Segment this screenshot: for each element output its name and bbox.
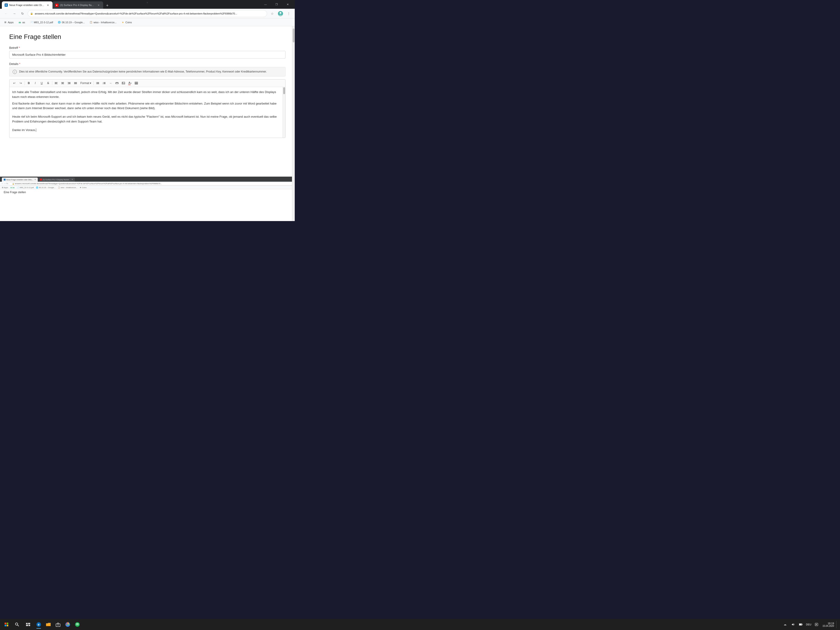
list-ol-button[interactable]: 123 [101,81,107,86]
url-text: answers.microsoft.com/de-de/newthread?th… [35,12,237,15]
editor-scrollbar-thumb[interactable] [283,87,285,94]
italic-button[interactable]: I [32,81,38,86]
browser-menu-button[interactable]: ⋮ [286,10,292,17]
lock-icon: 🔒 [30,12,33,15]
bookmark-google-label: 06.10.19 – Google... [62,21,85,24]
redo-button[interactable]: ↪ [18,81,24,86]
details-field-group: Details * i Dies ist eine öffentliche Co… [9,62,286,138]
bookmark-pdf[interactable]: 📄 M83_22-3-12.pdf [28,20,55,25]
betreff-label: Betreff * [9,46,286,49]
bookmark-wiso-label: wiso - Inhaltsverze... [93,21,117,24]
tab-active[interactable]: M Neue Frage erstellen oder Disku... ✕ [2,2,52,9]
tab-title-active: Neue Frage erstellen oder Disku... [9,4,45,6]
editor-paragraph-4: Danke im Voraus. [12,128,283,133]
profile-button[interactable] [277,10,284,17]
window-controls: — ❐ ✕ [260,1,293,8]
bookmark-coins-icon: ★ [121,21,124,24]
list-ul-button[interactable] [95,81,101,86]
minimize-button[interactable]: — [260,1,271,8]
bold-button[interactable]: B [26,81,32,86]
bookmark-coins-label: Coins [125,21,132,24]
bookmark-pdf-label: M83_22-3-12.pdf [34,21,53,24]
details-label: Details * [9,62,286,66]
svg-text:M: M [5,4,7,6]
page-content: Eine Frage stellen Betreff * Microsoft S… [0,26,295,221]
editor-toolbar: ↩ ↪ B I U S [9,79,285,87]
tab-favicon-active: M [5,3,8,7]
editor-container: ↩ ↪ B I U S [9,79,286,138]
strikethrough-button[interactable]: S [45,81,51,86]
bookmark-coins[interactable]: ★ Coins [119,20,134,25]
image-button[interactable] [120,81,126,86]
editor-scrollbar[interactable] [283,87,285,138]
svg-rect-32 [135,82,138,84]
svg-point-23 [96,84,97,84]
svg-point-19 [96,82,97,83]
info-icon: i [13,70,17,74]
format-dropdown-arrow: ▾ [90,82,91,85]
tab-close-inactive[interactable]: ✕ [97,3,100,7]
info-box: i Dies ist eine öffentliche Community. V… [9,67,286,76]
bookmark-as-label: as [22,21,25,24]
betreff-required-star: * [18,46,20,49]
title-bar: M Neue Frage erstellen oder Disku... ✕ ▶… [0,0,295,9]
page-scrollbar-thumb[interactable] [293,28,295,43]
info-text: Dies ist eine öffentliche Community. Ver… [19,69,267,74]
editor-body[interactable]: Ich habe alle Treiber deinstalliert und … [9,87,285,138]
svg-point-5 [279,12,281,14]
bookmark-pdf-icon: 📄 [30,21,33,24]
bookmark-google[interactable]: 🌐 06.10.19 – Google... [56,20,87,25]
address-bar: ← → ↻ 🔒 answers.microsoft.com/de-de/newt… [0,9,295,19]
toolbar-separator-2 [52,81,52,85]
tab-close-active[interactable]: ✕ [46,3,50,7]
webcam-indicator [147,2,148,3]
indent-button[interactable]: → [107,81,114,86]
tabs-area: M Neue Frage erstellen oder Disku... ✕ ▶… [2,0,258,9]
bookmarks-bar: ⊞ Apps m as 📄 M83_22-3-12.pdf 🌐 06.10.19… [0,19,295,26]
font-color-dropdown-arrow: ▾ [131,82,131,84]
bookmark-wiso[interactable]: 📋 wiso - Inhaltsverze... [87,20,118,25]
font-color-button[interactable]: A ▾ [127,81,133,86]
editor-paragraph-1: Ich habe alle Treiber deinstalliert und … [12,90,283,99]
bookmark-apps-label: Apps [8,21,14,24]
maximize-button[interactable]: ❐ [271,1,282,8]
betreff-field-group: Betreff * Microsoft Surface Pro 4 Bildsc… [9,46,286,58]
bookmark-apps-icon: ⊞ [4,21,7,24]
tab-title-inactive: (3) Surface Pro 4 Display flacker... [60,4,95,6]
close-button[interactable]: ✕ [282,1,293,8]
tab-favicon-inactive: ▶ [55,3,58,7]
bookmark-apps[interactable]: ⊞ Apps [2,20,16,25]
url-bar-container[interactable]: 🔒 answers.microsoft.com/de-de/newthread?… [28,10,267,17]
betreff-input-display[interactable]: Microsoft Surface Pro 4 Bildschirmfehler [9,51,286,58]
forward-button[interactable]: → [11,10,17,17]
undo-button[interactable]: ↩ [11,81,17,86]
refresh-button[interactable]: ↻ [19,10,26,17]
tab-inactive[interactable]: ▶ (3) Surface Pro 4 Display flacker... ✕ [52,2,103,9]
underline-button[interactable]: U [39,81,45,86]
svg-point-31 [123,82,123,83]
svg-text:3: 3 [103,84,103,84]
align-left-button[interactable] [53,81,59,86]
page-title: Eine Frage stellen [9,33,286,41]
svg-point-21 [96,83,97,84]
bookmark-star-button[interactable]: ☆ [269,10,275,17]
link-button[interactable] [114,81,120,86]
format-dropdown[interactable]: Format ▾ [79,81,93,85]
align-right-button[interactable] [66,81,72,86]
align-center-button[interactable] [60,81,66,86]
editor-paragraph-2: Erst flackerte der Balken nur, dann kann… [12,101,283,111]
bookmark-as-icon: m [18,21,21,24]
browser-window: M Neue Frage erstellen oder Disku... ✕ ▶… [0,0,295,221]
table-button[interactable] [133,81,139,86]
bookmark-google-icon: 🌐 [58,21,61,24]
details-required-star: * [19,62,21,66]
page-scrollbar[interactable] [292,26,295,221]
svg-text:▶: ▶ [56,4,58,6]
bookmark-wiso-icon: 📋 [89,21,93,24]
back-button[interactable]: ← [3,10,9,17]
new-tab-button[interactable]: + [104,2,111,9]
justify-button[interactable] [73,81,79,86]
toolbar-separator-3 [93,81,94,85]
format-label: Format [81,82,89,85]
bookmark-as[interactable]: m as [16,20,27,25]
